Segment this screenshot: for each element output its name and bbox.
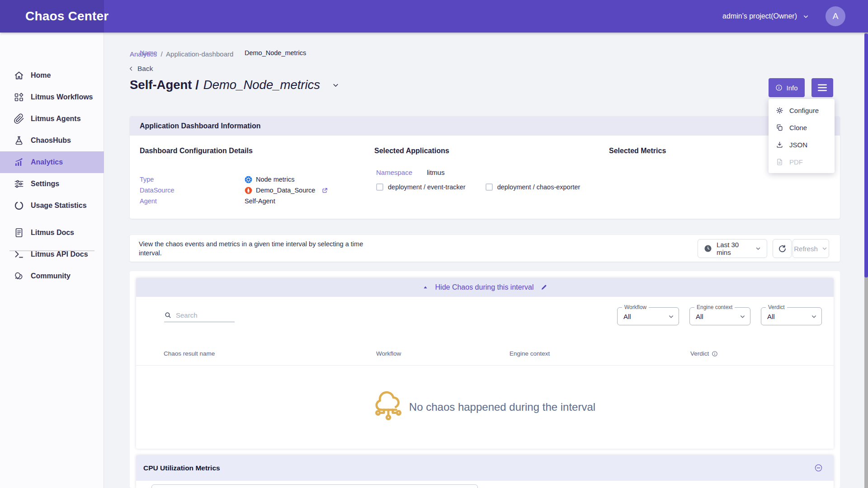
page-title-dashboard: Demo_Node_metrics (203, 78, 320, 92)
config-value: Self-Agent (245, 197, 275, 205)
engine-context-filter-select[interactable]: Engine context All (689, 307, 750, 325)
application-checkboxes: deployment / event-tracker deployment / … (376, 183, 580, 191)
interval-description-line2: interval. (139, 249, 363, 258)
sidebar-item-litmus-agents[interactable]: Litmus Agents (0, 108, 104, 130)
back-label: Back (137, 65, 153, 73)
config-label: Name (140, 49, 245, 56)
scrollbar-track[interactable] (864, 33, 868, 488)
project-switcher-label[interactable]: admin's project(Owner) (722, 12, 797, 20)
clone-icon (776, 124, 783, 131)
info-circle-icon[interactable] (712, 351, 718, 357)
info-button[interactable]: Info (769, 78, 805, 97)
column-header-chaos-result-name: Chaos result name (164, 350, 215, 357)
chaos-events-card: Hide Chaos during this interval Workflow… (136, 278, 834, 449)
chevron-down-icon (821, 245, 828, 252)
config-label: DataSource (140, 187, 245, 194)
config-details-title: Dashboard Configuration Details (140, 147, 253, 155)
filter-label: Workflow (622, 304, 649, 310)
selected-metrics-title: Selected Metrics (609, 147, 666, 155)
scrollbar-thumb[interactable] (864, 33, 868, 277)
time-range-button[interactable]: Last 30 mins (698, 239, 767, 258)
menu-item-pdf: PDF (769, 153, 835, 170)
config-value: Demo_Data_Source (245, 187, 328, 194)
refresh-interval-button[interactable]: Refresh (793, 239, 829, 258)
sidebar-item-label: Litmus Docs (31, 229, 74, 237)
checkbox-deployment-chaos-exporter[interactable]: deployment / chaos-exporter (486, 183, 580, 191)
workflow-filter-select[interactable]: Workflow All (617, 307, 679, 325)
filter-value: All (767, 313, 775, 320)
refresh-now-button[interactable] (773, 239, 792, 258)
chevron-down-icon (755, 245, 761, 252)
namespace-row: Namespace litmus (376, 169, 444, 176)
menu-item-configure[interactable]: Configure (769, 102, 835, 119)
sidebar-item-label: Home (31, 71, 51, 80)
refresh-label: Refresh (794, 245, 818, 253)
sidebar: Home Litmus Workflows Litmus Agents Chao… (0, 33, 104, 488)
namespace-value: litmus (427, 169, 444, 176)
verdict-filter-select[interactable]: Verdict All (761, 307, 822, 325)
menu-item-json[interactable]: JSON (769, 136, 835, 153)
sidebar-item-settings[interactable]: Settings (0, 173, 104, 195)
sidebar-item-analytics[interactable]: Analytics (0, 151, 104, 173)
triangle-up-icon[interactable] (422, 284, 429, 291)
sidebar-item-label: Litmus API Docs (31, 250, 88, 258)
app-header: Chaos Center admin's project(Owner) A (0, 0, 868, 33)
config-row-datasource: DataSource Demo_Data_Source (140, 186, 328, 195)
chevron-down-icon (739, 313, 746, 322)
sidebar-item-community[interactable]: Community (0, 265, 104, 287)
sidebar-item-litmus-docs[interactable]: Litmus Docs (0, 222, 104, 244)
collapse-section-button[interactable] (814, 464, 823, 472)
interval-description-line1: View the chaos events and metrics in a g… (139, 239, 363, 249)
column-header-label: Verdict (690, 350, 709, 357)
metrics-panel: Hide Chaos during this interval Workflow… (130, 271, 840, 488)
search-field (164, 309, 235, 322)
chevron-down-icon[interactable] (802, 13, 809, 20)
config-value-text: Node metrics (256, 176, 294, 183)
menu-item-label: PDF (789, 158, 803, 166)
empty-state: No chaos happened during the interval (136, 366, 834, 449)
dashboard-switch-chevron-icon[interactable] (332, 81, 340, 89)
config-row-agent: Agent Self-Agent (140, 197, 275, 206)
document-icon (14, 227, 24, 238)
config-row-name: Name Demo_Node_metrics (140, 48, 306, 57)
sidebar-item-litmus-api-docs[interactable]: Litmus API Docs (0, 244, 104, 265)
external-link-icon[interactable] (321, 187, 328, 194)
search-input[interactable] (176, 311, 228, 319)
sidebar-item-usage-statistics[interactable]: Usage Statistics (0, 195, 104, 216)
checkbox-deployment-event-tracker[interactable]: deployment / event-tracker (376, 183, 466, 191)
sidebar-item-litmus-workflows[interactable]: Litmus Workflows (0, 86, 104, 108)
filter-label: Verdict (766, 304, 787, 310)
page-title-agent: Self-Agent / (130, 78, 199, 92)
app-title: Chaos Center (25, 0, 108, 33)
minus-circle-icon (814, 464, 823, 472)
sidebar-item-home[interactable]: Home (0, 65, 104, 86)
cpu-chart-container (151, 484, 478, 488)
flask-icon (14, 135, 24, 146)
column-header-engine-context: Engine context (509, 350, 550, 357)
menu-item-label: Clone (789, 124, 807, 131)
menu-item-label: JSON (789, 141, 807, 149)
header-right: admin's project(Owner) A (722, 0, 845, 33)
application-dashboard-info-card: Application Dashboard Information Dashbo… (130, 116, 840, 219)
back-link[interactable]: Back (128, 65, 153, 73)
config-value: Demo_Node_metrics (245, 49, 306, 56)
sidebar-item-label: Community (31, 272, 71, 280)
sidebar-item-label: Litmus Agents (31, 115, 81, 123)
table-header-row: Chaos result name Workflow Engine contex… (136, 350, 834, 360)
interval-description: View the chaos events and metrics in a g… (139, 239, 363, 258)
avatar[interactable]: A (826, 6, 845, 26)
config-label: Agent (140, 197, 245, 205)
chevron-down-icon (811, 313, 817, 322)
menu-item-clone[interactable]: Clone (769, 119, 835, 136)
pencil-icon[interactable] (540, 284, 547, 291)
sidebar-item-chaoshubs[interactable]: ChaosHubs (0, 130, 104, 151)
sidebar-item-label: Usage Statistics (31, 202, 87, 210)
selected-applications-title: Selected Applications (374, 147, 449, 155)
more-options-button[interactable] (811, 78, 833, 97)
sidebar-item-label: Settings (31, 180, 59, 188)
cpu-section-title: CPU Utilization Metrics (143, 464, 814, 472)
filter-label: Engine context (694, 304, 735, 310)
filter-value: All (623, 313, 631, 320)
options-dropdown-menu: Configure Clone JSON PDF (769, 99, 835, 173)
home-icon (14, 70, 24, 81)
